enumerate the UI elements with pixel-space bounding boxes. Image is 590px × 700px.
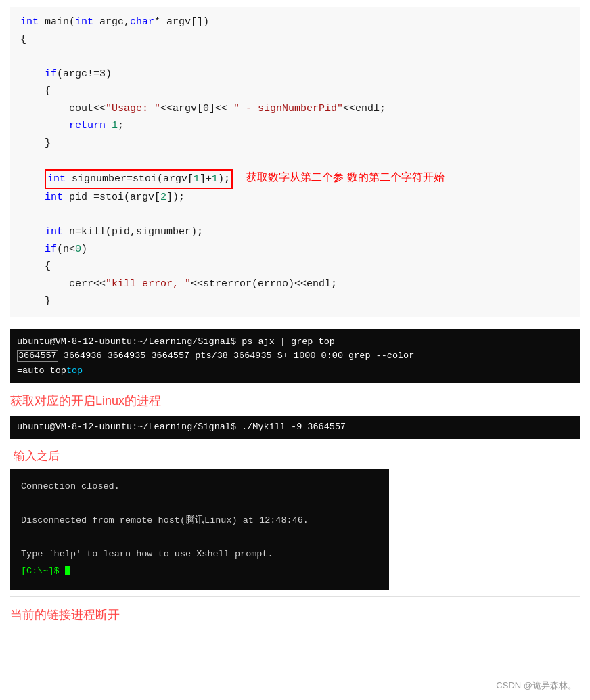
code-line-2: { xyxy=(20,31,570,49)
code-line-3 xyxy=(20,48,570,66)
code-text-14: if(n<0) xyxy=(20,241,87,259)
conn-line1: Connection closed. xyxy=(21,479,378,496)
code-line-8: } xyxy=(20,135,570,152)
code-text-15: { xyxy=(20,258,51,276)
section-heading-1: 获取对应的开启Linux的进程 xyxy=(10,393,580,409)
code-line-4: if(argc!=3) xyxy=(20,66,570,83)
highlight-box: int signumber=stoi(argv[1]+1); xyxy=(45,169,233,190)
section-heading-3: 当前的链接进程断开 xyxy=(10,607,580,623)
terminal-1-prompt: ubuntu@VM-8-12-ubuntu:~/Learning/Signal$… xyxy=(17,336,335,347)
top-text: top xyxy=(66,366,83,376)
code-line-15: { xyxy=(20,258,570,276)
code-line-12 xyxy=(20,206,570,224)
connection-terminal: Connection closed. Disconnected from rem… xyxy=(10,469,389,590)
code-text-6: cout<<"Usage: "<<argv[0]<< " - signNumbe… xyxy=(20,100,386,118)
code-text-17: } xyxy=(20,292,51,310)
conn-line2 xyxy=(21,496,378,512)
code-line-1: int main(int argc,char* argv[]) xyxy=(20,14,570,31)
conn-line6: [C:\~]$ xyxy=(21,563,378,580)
code-line-11: int pid =stoi(argv[2]); xyxy=(20,189,233,206)
code-line-16: cerr<<"kill error, "<<strerror(errno)<<e… xyxy=(20,276,570,293)
conn-line4 xyxy=(21,529,378,546)
code-text-7: return 1; xyxy=(20,117,124,135)
code-text-5: { xyxy=(20,83,51,100)
terminal-1-line2: 3664557 3664936 3664935 3664557 pts/38 3… xyxy=(17,349,573,364)
code-text-10: int signumber=stoi(argv[1]+1); xyxy=(20,169,233,190)
section-heading-2: 输入之后 xyxy=(10,448,580,464)
code-line-6: cout<<"Usage: "<<argv[0]<< " - signNumbe… xyxy=(20,100,570,118)
conn-line5: Type `help' to learn how to use Xshell p… xyxy=(21,546,378,563)
code-line-5: { xyxy=(20,83,570,100)
code-text-13: int n=kill(pid,signumber); xyxy=(20,223,203,241)
code-line-9 xyxy=(20,152,570,169)
code-text-8: } xyxy=(20,135,51,152)
code-line-7: return 1; xyxy=(20,117,570,135)
terminal-2-line1: ubuntu@VM-8-12-ubuntu:~/Learning/Signal$… xyxy=(17,420,573,435)
terminal-2: ubuntu@VM-8-12-ubuntu:~/Learning/Signal$… xyxy=(10,416,580,439)
page-container: int main(int argc,char* argv[]) { if(arg… xyxy=(0,0,590,650)
code-text-16: cerr<<"kill error, "<<strerror(errno)<<e… xyxy=(20,276,337,293)
code-text-1: int main(int argc,char* argv[]) xyxy=(20,14,209,31)
code-text-4: if(argc!=3) xyxy=(20,66,112,83)
annotation-text: 获取数字从第二个参 数的第二个字符开始 xyxy=(246,169,444,185)
code-text-11: int pid =stoi(argv[2]); xyxy=(20,189,185,206)
pid-highlight: 3664557 xyxy=(17,350,58,362)
separator xyxy=(10,596,580,597)
code-line-13: int n=kill(pid,signumber); xyxy=(20,223,570,241)
code-line-10: int signumber=stoi(argv[1]+1); xyxy=(20,169,233,190)
code-section: int main(int argc,char* argv[]) { if(arg… xyxy=(10,7,580,317)
code-text-2: { xyxy=(20,31,26,49)
highlighted-block: int signumber=stoi(argv[1]+1); int pid =… xyxy=(20,169,570,206)
green-prompt: [C:\~]$ xyxy=(21,566,65,576)
terminal-1: ubuntu@VM-8-12-ubuntu:~/Learning/Signal$… xyxy=(10,329,580,384)
cursor-block xyxy=(65,566,70,575)
code-line-17: } xyxy=(20,292,570,310)
conn-line3: Disconnected from remote host(腾讯Linux) a… xyxy=(21,512,378,529)
terminal-1-line1: ubuntu@VM-8-12-ubuntu:~/Learning/Signal$… xyxy=(17,334,573,349)
terminal-1-line3: =auto toptop xyxy=(17,364,573,378)
footer: CSDN @诡异森林。 xyxy=(496,680,576,692)
code-line-14: if(n<0) xyxy=(20,241,570,259)
